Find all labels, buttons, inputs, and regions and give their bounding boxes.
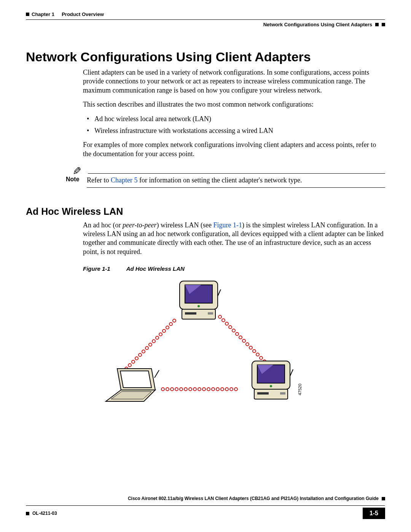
header-square-icon-right2 bbox=[382, 23, 385, 26]
svg-point-38 bbox=[193, 388, 196, 391]
footer-rule bbox=[26, 505, 385, 506]
svg-rect-49 bbox=[185, 312, 196, 315]
svg-rect-58 bbox=[280, 392, 285, 395]
svg-point-24 bbox=[242, 339, 245, 342]
svg-point-19 bbox=[225, 322, 228, 325]
svg-point-5 bbox=[159, 333, 162, 336]
bullet-adhoc: Ad hoc wireless local area network (LAN) bbox=[83, 115, 385, 123]
note-block: ✎ Note Refer to Chapter 5 for informatio… bbox=[66, 166, 385, 187]
figure-title: Ad Hoc Wireless LAN bbox=[126, 265, 185, 272]
intro-paragraph-2: This section describes and illustrates t… bbox=[83, 100, 385, 109]
note-chapter-link[interactable]: Chapter 5 bbox=[111, 176, 137, 184]
footer-square-icon-left bbox=[26, 512, 29, 515]
figure-number: Figure 1-1 bbox=[83, 265, 125, 272]
svg-point-42 bbox=[212, 388, 215, 391]
svg-point-63 bbox=[270, 385, 272, 387]
svg-point-40 bbox=[202, 388, 206, 391]
adhoc-p-b: ) wireless LAN (see bbox=[157, 221, 213, 229]
adhoc-p-italic: peer-to-peer bbox=[123, 221, 157, 229]
desktop-icon-top bbox=[180, 281, 221, 319]
footer-square-icon bbox=[382, 497, 385, 500]
svg-point-43 bbox=[216, 388, 219, 391]
figure-link[interactable]: Figure 1-1 bbox=[213, 221, 242, 229]
svg-point-12 bbox=[135, 357, 138, 360]
config-bullet-list: Ad hoc wireless local area network (LAN)… bbox=[83, 115, 385, 136]
svg-point-3 bbox=[166, 326, 169, 329]
note-text-pre: Refer to bbox=[87, 176, 111, 184]
svg-point-4 bbox=[162, 329, 166, 332]
pencil-icon: ✎ bbox=[73, 166, 81, 177]
svg-point-11 bbox=[139, 353, 142, 356]
bullet-infra: Wireless infrastructure with workstation… bbox=[83, 126, 385, 135]
svg-point-14 bbox=[128, 364, 131, 367]
svg-point-45 bbox=[225, 388, 228, 391]
svg-point-2 bbox=[169, 323, 172, 326]
adhoc-paragraph: An ad hoc (or peer-to-peer) wireless LAN… bbox=[83, 221, 385, 257]
svg-rect-57 bbox=[257, 392, 269, 395]
svg-point-18 bbox=[222, 319, 225, 322]
svg-point-22 bbox=[236, 332, 239, 335]
svg-point-33 bbox=[170, 388, 174, 391]
svg-point-20 bbox=[229, 326, 232, 329]
svg-point-8 bbox=[149, 343, 152, 346]
footer-guide-title: Cisco Aironet 802.11a/b/g Wireless LAN C… bbox=[128, 496, 379, 501]
note-text-post: for information on setting the client ad… bbox=[137, 176, 302, 184]
svg-point-35 bbox=[180, 388, 183, 391]
footer-doc-id: OL-4211-03 bbox=[32, 511, 57, 516]
svg-point-36 bbox=[184, 388, 187, 391]
laptop-icon bbox=[106, 369, 159, 401]
svg-point-34 bbox=[175, 388, 178, 391]
page-number: 1-5 bbox=[363, 508, 385, 519]
svg-point-39 bbox=[198, 388, 201, 391]
header-section-right: Network Configurations Using Client Adap… bbox=[263, 22, 372, 27]
svg-point-47 bbox=[234, 388, 237, 391]
svg-point-55 bbox=[198, 305, 200, 307]
desktop-icon-right bbox=[252, 361, 293, 399]
figure-caption: Figure 1-1 Ad Hoc Wireless LAN bbox=[83, 265, 385, 272]
svg-point-17 bbox=[218, 315, 221, 318]
header-square-icon-right1 bbox=[375, 23, 379, 26]
svg-point-1 bbox=[173, 319, 176, 322]
subsection-title: Ad Hoc Wireless LAN bbox=[26, 206, 385, 217]
header-chapter-label: Chapter 1 bbox=[32, 11, 54, 17]
svg-line-64 bbox=[155, 370, 159, 378]
svg-point-31 bbox=[161, 388, 164, 391]
svg-point-29 bbox=[260, 356, 263, 359]
intro-paragraph-3: For examples of more complex network con… bbox=[83, 141, 385, 158]
svg-point-23 bbox=[239, 336, 242, 339]
svg-point-25 bbox=[246, 343, 249, 346]
intro-paragraph-1: Client adapters can be used in a variety… bbox=[83, 68, 385, 95]
svg-point-21 bbox=[232, 329, 235, 332]
svg-point-32 bbox=[166, 388, 169, 391]
header-chapter-title: Product Overview bbox=[62, 11, 104, 17]
page-title: Network Configurations Using Client Adap… bbox=[26, 50, 385, 64]
svg-rect-50 bbox=[208, 312, 213, 315]
page-footer: Cisco Aironet 802.11a/b/g Wireless LAN C… bbox=[26, 496, 385, 519]
adhoc-p-a: An ad hoc (or bbox=[83, 221, 123, 229]
svg-point-7 bbox=[152, 340, 155, 343]
header-square-icon bbox=[26, 13, 29, 16]
svg-point-44 bbox=[221, 388, 224, 391]
svg-point-37 bbox=[189, 388, 192, 391]
svg-point-46 bbox=[230, 388, 233, 391]
figure-adhoc-diagram: 47520 bbox=[83, 275, 385, 412]
note-text: Refer to Chapter 5 for information on se… bbox=[87, 176, 385, 185]
svg-point-26 bbox=[249, 346, 252, 349]
svg-point-9 bbox=[145, 347, 148, 350]
svg-point-27 bbox=[253, 350, 256, 353]
svg-point-13 bbox=[132, 360, 135, 363]
figure-id-label: 47520 bbox=[298, 383, 302, 395]
svg-point-6 bbox=[156, 336, 159, 339]
svg-point-28 bbox=[256, 353, 259, 356]
svg-point-41 bbox=[207, 388, 210, 391]
svg-point-10 bbox=[142, 350, 145, 353]
